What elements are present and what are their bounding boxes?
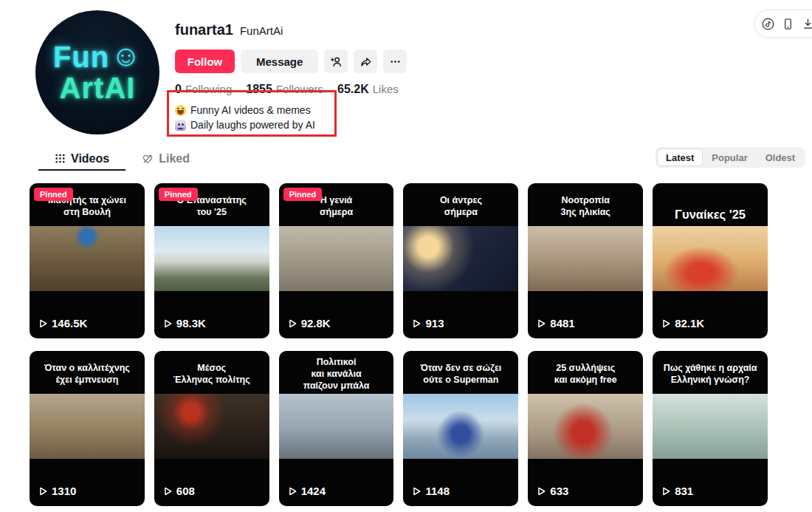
video-thumbnail: [154, 394, 269, 459]
laughing-emoji-icon: [175, 105, 186, 116]
play-icon: [661, 318, 671, 329]
video-title: Πως χάθηκε η αρχαίαΕλληνική γνώση?: [653, 351, 768, 394]
video-card[interactable]: Οι άντρεςσήμερα 913: [403, 183, 518, 338]
tab-liked[interactable]: Liked: [125, 148, 206, 171]
share-button[interactable]: [354, 50, 377, 73]
video-thumbnail: [403, 394, 518, 459]
video-thumbnail: [653, 394, 768, 459]
video-title: Πολιτικοίκαι κανάλιαπαίζουν μπάλα: [279, 351, 394, 394]
video-card[interactable]: Πως χάθηκε η αρχαίαΕλληνική γνώση? 831: [653, 351, 768, 506]
video-card[interactable]: 25 συλλήψειςκαι ακόμη free 633: [528, 351, 643, 506]
nickname: FunArtAi: [240, 24, 283, 37]
share-arrow-icon: [359, 55, 372, 68]
play-icon: [536, 486, 546, 496]
play-icon: [536, 318, 546, 329]
add-friend-button[interactable]: [324, 50, 348, 73]
bio-line: Daily laughs powered by AI: [175, 119, 407, 132]
video-title: Όταν δεν σε σώζειούτε ο Superman: [403, 351, 518, 394]
play-icon: [162, 318, 173, 329]
video-views: 146.5K: [38, 317, 87, 330]
person-plus-icon: [330, 55, 343, 68]
robot-emoji-icon: [175, 120, 186, 131]
pinned-badge: Pinned: [283, 188, 323, 201]
video-views: 1310: [38, 485, 76, 497]
video-views: 633: [536, 485, 568, 497]
profile-info: funarta1 FunArtAi Follow Message: [175, 10, 407, 134]
video-view-count: 831: [675, 485, 693, 497]
video-thumbnail: [154, 226, 269, 291]
profile-tabs: Videos Liked: [38, 148, 206, 171]
video-thumbnail: [279, 394, 394, 459]
private-heart-icon: [142, 153, 154, 165]
video-views: 608: [162, 485, 195, 497]
video-view-count: 1424: [301, 485, 326, 497]
tab-videos[interactable]: Videos: [38, 148, 125, 171]
bio-line: Funny AI videos & memes: [175, 104, 407, 117]
video-card[interactable]: Pinned Μαθητής τα χώνειστη Βουλή 146.5K: [30, 183, 145, 338]
ellipsis-icon: [389, 55, 402, 68]
sort-oldest[interactable]: Oldest: [757, 149, 804, 166]
video-card[interactable]: Νοοτροπία3ης ηλικίας 8481: [528, 183, 643, 338]
play-icon: [411, 486, 422, 496]
video-view-count: 1310: [52, 485, 76, 497]
stat-likes[interactable]: 65.2KLikes: [337, 83, 399, 96]
video-view-count: 608: [176, 485, 195, 497]
video-view-count: 92.8K: [301, 317, 331, 330]
browser-extensions-pill: [754, 10, 812, 38]
video-title: Γυναίκες '25: [653, 183, 768, 226]
grid-icon: [55, 153, 66, 164]
video-title: 25 συλλήψειςκαι ακόμη free: [528, 351, 643, 394]
video-title: ΜέσοςΈλληνας πολίτης: [154, 351, 269, 394]
stat-followers[interactable]: 1855Followers: [246, 83, 323, 96]
profile-header: Fun☺ ArtAI funarta1 FunArtAi Follow Mess…: [35, 10, 407, 134]
video-view-count: 913: [425, 317, 444, 330]
play-icon: [411, 318, 422, 329]
video-thumbnail: [30, 226, 145, 291]
follow-button[interactable]: Follow: [175, 50, 235, 73]
message-button[interactable]: Message: [241, 50, 318, 73]
video-views: 92.8K: [287, 317, 331, 330]
get-app-phone-icon[interactable]: [781, 17, 795, 31]
video-title: Νοοτροπία3ης ηλικίας: [528, 183, 643, 226]
sort-latest[interactable]: Latest: [657, 149, 703, 166]
video-card[interactable]: ΜέσοςΈλληνας πολίτης 608: [154, 351, 269, 506]
video-view-count: 146.5K: [52, 317, 87, 330]
video-views: 831: [661, 485, 693, 497]
play-icon: [38, 486, 48, 496]
stat-following[interactable]: 0Following: [175, 83, 232, 96]
pinned-badge: Pinned: [159, 188, 198, 201]
video-title: Οι άντρεςσήμερα: [403, 183, 518, 226]
video-view-count: 8481: [550, 317, 574, 330]
play-icon: [38, 318, 48, 329]
video-card[interactable]: Πολιτικοίκαι κανάλιαπαίζουν μπάλα 1424: [279, 351, 394, 506]
video-view-count: 1148: [425, 485, 450, 497]
video-views: 1424: [287, 485, 326, 497]
video-view-count: 82.1K: [675, 317, 704, 330]
profile-bio: Funny AI videos & memes Daily laughs pow…: [175, 104, 407, 132]
video-views: 82.1K: [661, 317, 704, 330]
pinned-badge: Pinned: [34, 188, 73, 201]
video-card[interactable]: Όταν δεν σε σώζειούτε ο Superman 1148: [403, 351, 518, 506]
video-card[interactable]: Γυναίκες '25 82.1K: [653, 183, 768, 338]
video-card[interactable]: Όταν ο καλλιτέχνηςέχει έμπνευση 1310: [30, 351, 145, 506]
more-options-button[interactable]: [383, 50, 407, 73]
profile-stats: 0Following 1855Followers 65.2KLikes: [175, 83, 407, 96]
video-card[interactable]: Pinned Ο Επαναστάτηςτου '25 98.3K: [154, 183, 269, 338]
video-title: Όταν ο καλλιτέχνηςέχει έμπνευση: [30, 351, 145, 394]
video-views: 8481: [536, 317, 574, 330]
video-thumbnail: [30, 394, 145, 459]
download-icon[interactable]: [801, 17, 812, 31]
video-views: 913: [411, 317, 444, 330]
sort-popular[interactable]: Popular: [703, 149, 756, 166]
play-icon: [287, 486, 297, 496]
sort-control: Latest Popular Oldest: [656, 147, 805, 168]
tiktok-coin-icon[interactable]: [761, 17, 775, 31]
play-icon: [162, 486, 173, 496]
avatar[interactable]: Fun☺ ArtAI: [35, 10, 159, 134]
video-thumbnail: [403, 226, 518, 291]
video-view-count: 633: [550, 485, 568, 497]
avatar-logo-line2: ArtAI: [60, 73, 136, 103]
play-icon: [661, 486, 671, 496]
video-card[interactable]: Pinned Η γενιάσήμερα 92.8K: [279, 183, 394, 338]
video-thumbnail: [528, 394, 643, 459]
